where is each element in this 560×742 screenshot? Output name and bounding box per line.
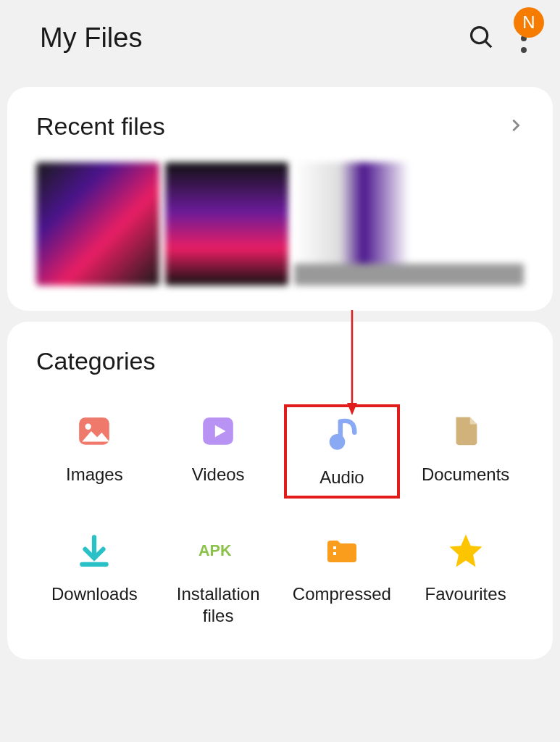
category-label: Favourites bbox=[425, 583, 506, 605]
svg-text:APK: APK bbox=[198, 541, 232, 559]
search-icon bbox=[467, 23, 495, 51]
search-button[interactable] bbox=[467, 23, 495, 54]
recent-thumbnail[interactable] bbox=[294, 162, 524, 285]
category-downloads[interactable]: Downloads bbox=[36, 524, 153, 634]
svg-rect-11 bbox=[333, 552, 336, 555]
downloads-icon bbox=[75, 531, 114, 570]
categories-grid: Images Videos Audio bbox=[36, 404, 524, 634]
recent-thumbnail[interactable] bbox=[165, 162, 288, 285]
category-videos[interactable]: Videos bbox=[160, 404, 277, 499]
documents-icon bbox=[446, 412, 485, 451]
recent-thumbnails bbox=[36, 162, 524, 285]
category-label: Documents bbox=[422, 464, 509, 485]
recent-thumbnail[interactable] bbox=[36, 162, 159, 285]
svg-point-5 bbox=[330, 434, 346, 450]
category-images[interactable]: Images bbox=[36, 404, 153, 499]
audio-icon bbox=[322, 414, 362, 454]
images-icon bbox=[75, 412, 114, 451]
category-favourites[interactable]: Favourites bbox=[407, 524, 524, 634]
category-audio[interactable]: Audio bbox=[284, 404, 401, 499]
category-label: Images bbox=[66, 464, 123, 485]
category-installation-files[interactable]: APK Installation files bbox=[160, 524, 277, 634]
categories-title: Categories bbox=[36, 347, 524, 375]
category-label: Videos bbox=[192, 464, 245, 485]
recent-files-header[interactable]: Recent files bbox=[36, 112, 524, 141]
svg-rect-10 bbox=[333, 546, 336, 549]
recent-files-title: Recent files bbox=[36, 112, 165, 141]
videos-icon bbox=[198, 412, 238, 451]
app-header: My Files N bbox=[0, 0, 560, 76]
profile-avatar[interactable]: N bbox=[514, 7, 544, 38]
svg-point-3 bbox=[85, 424, 91, 430]
categories-card: Categories Images Videos bbox=[7, 322, 553, 659]
category-label: Audio bbox=[319, 467, 364, 488]
category-label: Downloads bbox=[51, 583, 138, 605]
svg-point-0 bbox=[472, 27, 488, 43]
page-title: My Files bbox=[40, 22, 467, 54]
category-documents[interactable]: Documents bbox=[407, 404, 524, 499]
apk-icon: APK bbox=[198, 531, 238, 570]
recent-files-card: Recent files bbox=[7, 87, 553, 311]
svg-line-1 bbox=[485, 41, 491, 47]
compressed-icon bbox=[322, 531, 362, 570]
header-actions: N bbox=[467, 20, 531, 57]
category-label: Installation files bbox=[160, 583, 277, 627]
category-compressed[interactable]: Compressed bbox=[284, 524, 401, 634]
more-options-button[interactable]: N bbox=[517, 20, 531, 57]
star-icon bbox=[446, 531, 485, 570]
chevron-right-icon bbox=[508, 117, 524, 136]
category-label: Compressed bbox=[293, 583, 391, 605]
